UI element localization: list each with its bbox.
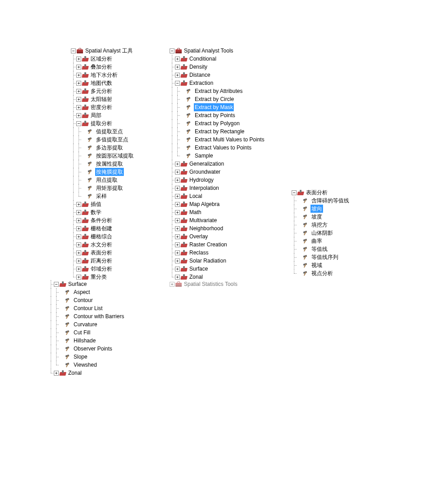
toolset-item[interactable]: 栅格创建: [71, 224, 135, 232]
tool-item[interactable]: 多边形提取: [71, 144, 135, 152]
toolset-item[interactable]: Map Algebra: [170, 200, 265, 208]
tool-item[interactable]: Extract by Polygon: [170, 119, 265, 127]
toolset-item[interactable]: 地图代数: [71, 79, 135, 87]
tool-item[interactable]: Extract by Rectangle: [170, 127, 265, 136]
toolset-item[interactable]: 区域分析: [71, 55, 135, 63]
toolset-item[interactable]: Math: [170, 208, 265, 216]
expand-icon[interactable]: [175, 162, 180, 167]
tool-item[interactable]: 采样: [71, 192, 135, 200]
expand-icon[interactable]: [175, 218, 180, 223]
tool-item[interactable]: Extract by Mask: [170, 103, 265, 111]
expand-icon[interactable]: [76, 81, 81, 86]
tree-root-cn[interactable]: Spatial Analyst 工具: [71, 47, 135, 55]
expand-icon[interactable]: [175, 234, 180, 239]
expand-icon[interactable]: [175, 194, 180, 199]
toolset-item[interactable]: Multivariate: [170, 216, 265, 224]
toolset-item[interactable]: Neighborhood: [170, 224, 265, 232]
expand-icon[interactable]: [175, 202, 180, 207]
expand-icon[interactable]: [76, 226, 81, 231]
toolset-item[interactable]: 水文分析: [71, 241, 135, 249]
tool-item[interactable]: Hillshade: [48, 337, 125, 345]
tool-item[interactable]: 等值线: [292, 245, 350, 253]
toolset-item[interactable]: 多元分析: [71, 87, 135, 95]
collapse-icon[interactable]: [175, 81, 180, 86]
tool-item[interactable]: 坡向: [292, 205, 350, 213]
tool-item[interactable]: 含障碍的等值线: [292, 197, 350, 205]
tool-item[interactable]: Contour with Barriers: [48, 312, 125, 320]
toolset-item[interactable]: Density: [170, 63, 265, 71]
toolset-item[interactable]: 叠加分析: [71, 63, 135, 71]
expand-icon[interactable]: [76, 65, 81, 70]
expand-icon[interactable]: [175, 242, 180, 247]
expand-icon[interactable]: [175, 170, 180, 175]
expand-icon[interactable]: [175, 210, 180, 215]
expand-icon[interactable]: [170, 282, 175, 287]
toolset-item[interactable]: Zonal: [170, 273, 265, 281]
tree-root-stats[interactable]: Spatial Statistics Tools: [170, 281, 265, 287]
toolset-item[interactable]: 邻域分析: [71, 265, 135, 273]
toolset-item[interactable]: 数学: [71, 208, 135, 216]
tool-item[interactable]: Extract Values to Points: [170, 144, 265, 152]
expand-icon[interactable]: [76, 234, 81, 239]
toolset-extraction-en[interactable]: Extraction: [170, 79, 265, 87]
expand-icon[interactable]: [76, 259, 81, 263]
toolset-item[interactable]: Overlay: [170, 232, 265, 241]
tool-item[interactable]: 视点分析: [292, 269, 350, 277]
expand-icon[interactable]: [175, 73, 180, 78]
tool-item[interactable]: 用点提取: [71, 176, 135, 184]
expand-icon[interactable]: [76, 218, 81, 223]
expand-icon[interactable]: [175, 275, 180, 280]
tool-item[interactable]: Extract Multi Values to Points: [170, 136, 265, 144]
expand-icon[interactable]: [175, 226, 180, 231]
toolset-surface-en[interactable]: Surface: [48, 280, 125, 288]
tree-root-en[interactable]: Spatial Analyst Tools: [170, 47, 265, 55]
expand-icon[interactable]: [76, 275, 81, 280]
tool-item[interactable]: Aspect: [48, 288, 125, 296]
tool-item[interactable]: Observer Points: [48, 345, 125, 353]
toolset-item[interactable]: 插值: [71, 200, 135, 208]
toolset-item[interactable]: Solar Radiation: [170, 257, 265, 265]
tool-item[interactable]: 曲率: [292, 237, 350, 245]
tool-item[interactable]: 按掩膜提取: [71, 168, 135, 176]
tool-item[interactable]: Curvature: [48, 320, 125, 329]
toolset-item[interactable]: 局部: [71, 111, 135, 119]
collapse-icon[interactable]: [292, 190, 297, 195]
tool-item[interactable]: Viewshed: [48, 361, 125, 369]
tool-item[interactable]: Extract by Circle: [170, 95, 265, 103]
expand-icon[interactable]: [76, 89, 81, 94]
toolset-surface-cn[interactable]: 表面分析: [292, 188, 350, 197]
tool-item[interactable]: Contour List: [48, 304, 125, 312]
toolset-item[interactable]: 太阳辐射: [71, 95, 135, 103]
expand-icon[interactable]: [76, 242, 81, 247]
tool-item[interactable]: Slope: [48, 353, 125, 361]
toolset-item[interactable]: Conditional: [170, 55, 265, 63]
expand-icon[interactable]: [54, 371, 59, 376]
expand-icon[interactable]: [76, 202, 81, 207]
tool-item[interactable]: 填挖方: [292, 221, 350, 229]
toolset-item[interactable]: Local: [170, 192, 265, 200]
expand-icon[interactable]: [175, 250, 180, 255]
tool-item[interactable]: 多值提取至点: [71, 136, 135, 144]
expand-icon[interactable]: [175, 65, 180, 70]
expand-icon[interactable]: [175, 57, 180, 61]
expand-icon[interactable]: [175, 178, 180, 183]
toolset-item[interactable]: 密度分析: [71, 103, 135, 111]
expand-icon[interactable]: [76, 105, 81, 110]
tool-item[interactable]: 值提取至点: [71, 127, 135, 136]
expand-icon[interactable]: [76, 267, 81, 272]
toolset-extraction-cn[interactable]: 提取分析: [71, 119, 135, 127]
toolset-item[interactable]: Surface: [170, 265, 265, 273]
tool-item[interactable]: 山体阴影: [292, 229, 350, 237]
toolset-item[interactable]: 表面分析: [71, 249, 135, 257]
expand-icon[interactable]: [175, 259, 180, 263]
tool-item[interactable]: 按圆形区域提取: [71, 152, 135, 160]
tool-item[interactable]: Cut Fill: [48, 329, 125, 337]
expand-icon[interactable]: [76, 73, 81, 78]
collapse-icon[interactable]: [54, 282, 59, 287]
toolset-item[interactable]: Reclass: [170, 249, 265, 257]
tool-item[interactable]: 视域: [292, 261, 350, 269]
toolset-item[interactable]: Groundwater: [170, 168, 265, 176]
toolset-item[interactable]: 地下水分析: [71, 71, 135, 79]
tool-item[interactable]: Contour: [48, 296, 125, 304]
collapse-icon[interactable]: [170, 48, 175, 53]
